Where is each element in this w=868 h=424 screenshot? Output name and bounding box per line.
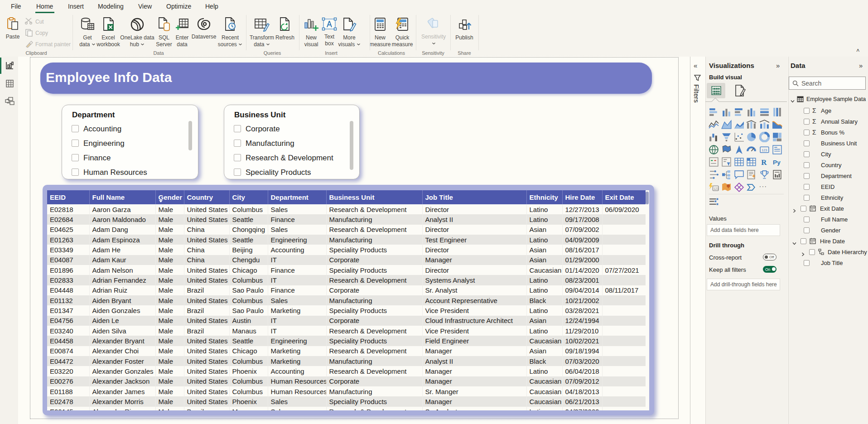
svg-text:Py: Py [773, 159, 781, 166]
svg-text:123: 123 [714, 187, 719, 190]
svg-text:R: R [761, 158, 767, 167]
svg-text:123: 123 [762, 148, 767, 152]
